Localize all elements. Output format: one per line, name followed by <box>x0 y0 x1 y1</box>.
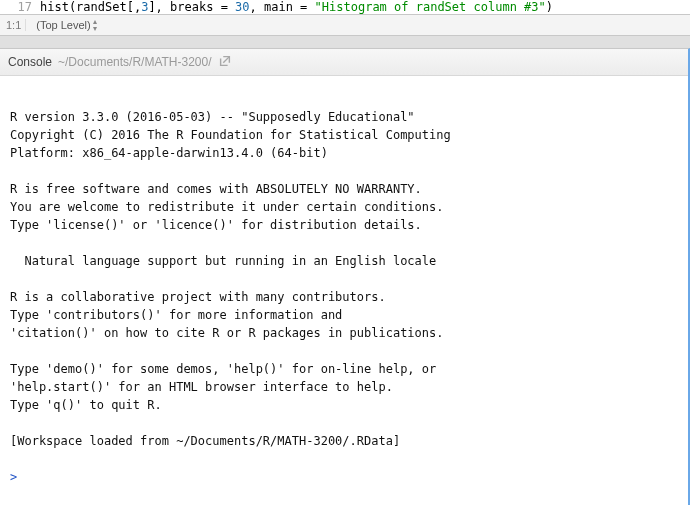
cursor-position: 1:1 <box>6 19 26 31</box>
scope-selector[interactable]: (Top Level) ▴▾ <box>36 18 96 32</box>
console-pane: Console ~/Documents/R/MATH-3200/ R versi… <box>0 48 690 505</box>
console-working-dir[interactable]: ~/Documents/R/MATH-3200/ <box>58 55 212 69</box>
source-editor-visible-line[interactable]: 17 hist(randSet[,3], breaks = 30, main =… <box>0 0 690 15</box>
line-number: 17 <box>4 0 40 14</box>
pane-separator[interactable] <box>0 36 690 48</box>
updown-icon: ▴▾ <box>93 18 97 32</box>
console-title: Console <box>8 55 52 69</box>
console-text: R version 3.3.0 (2016-05-03) -- "Suppose… <box>10 110 451 448</box>
scope-label: (Top Level) <box>36 19 90 31</box>
editor-status-bar: 1:1 (Top Level) ▴▾ <box>0 15 690 36</box>
popout-icon[interactable] <box>218 54 232 71</box>
console-prompt: > <box>10 470 17 484</box>
console-header: Console ~/Documents/R/MATH-3200/ <box>0 49 688 76</box>
console-output[interactable]: R version 3.3.0 (2016-05-03) -- "Suppose… <box>0 76 688 505</box>
code-fragment: hist(randSet[,3], breaks = 30, main = "H… <box>40 0 553 14</box>
